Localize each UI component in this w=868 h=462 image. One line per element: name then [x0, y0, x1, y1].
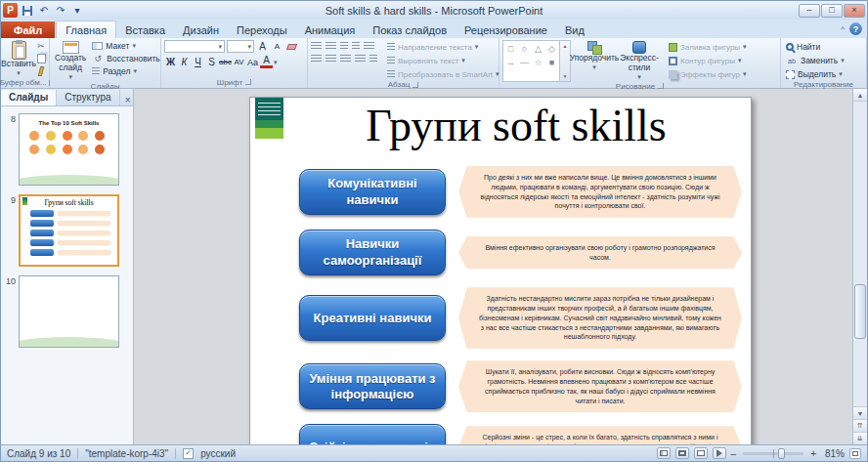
skill-description-3[interactable]: Здатність нестандартно мислити зараз пот… — [458, 287, 742, 349]
skill-button-5[interactable]: Стійкість до стресів — [299, 424, 446, 444]
maximize-button[interactable]: □ — [821, 4, 843, 18]
skill-description-1[interactable]: Про деякі з них ми вже написали вище. Це… — [458, 166, 742, 218]
reset-button[interactable]: ↺Восстановить — [90, 53, 161, 64]
increase-indent-button[interactable] — [352, 42, 360, 51]
collapse-ribbon-button[interactable]: ^ — [841, 24, 845, 33]
close-button[interactable]: × — [844, 4, 865, 18]
find-button[interactable]: Найти — [784, 41, 863, 53]
shapes-scroll-down[interactable]: ▼ — [563, 73, 568, 79]
new-slide-button[interactable]: Создать слайд ▾ — [53, 40, 88, 82]
slide-canvas[interactable]: Групи soft skills Комунікативні навички … — [249, 97, 752, 444]
tab-animations[interactable]: Анимация — [296, 21, 365, 38]
columns-button[interactable] — [369, 55, 377, 63]
arrange-button[interactable]: Упорядочить ▾ — [573, 40, 616, 82]
shape-triangle-icon[interactable]: △ — [532, 42, 544, 55]
skill-button-2[interactable]: Навички самоорганізації — [299, 230, 446, 275]
scroll-up-button[interactable]: ▲ — [853, 89, 867, 102]
tab-design[interactable]: Дизайн — [174, 21, 228, 38]
shape-outline-button[interactable]: Контур фигуры▾ — [667, 55, 749, 66]
skill-description-5[interactable]: Серйозні зміни - це стрес, а коли їх баг… — [458, 426, 742, 444]
next-slide-button[interactable]: ⇊ — [853, 432, 867, 444]
bullets-button[interactable] — [311, 42, 322, 51]
panel-tab-outline[interactable]: Структура — [57, 90, 119, 105]
character-spacing-button[interactable]: AV — [233, 56, 245, 68]
font-color-button[interactable]: А — [260, 56, 273, 68]
shape-rectangle-icon[interactable]: □ — [504, 42, 517, 55]
scroll-down-button[interactable]: ▼ — [853, 406, 867, 419]
text-shadow-button[interactable]: S — [205, 56, 218, 68]
shapes-scroll-up[interactable]: ▲ — [563, 43, 568, 49]
section-button[interactable]: Раздел▾ — [90, 65, 161, 77]
slide-thumbnail-10[interactable] — [19, 275, 119, 348]
underline-button[interactable]: Ч — [192, 56, 204, 68]
cut-button[interactable]: ✂ — [35, 40, 47, 52]
decrease-indent-button[interactable] — [340, 42, 348, 51]
shrink-font-button[interactable]: А — [271, 40, 283, 53]
layout-button[interactable]: Макет▾ — [90, 40, 161, 52]
previous-slide-button[interactable]: ⇈ — [853, 419, 867, 432]
paste-button[interactable]: Вставить ▾ — [4, 40, 33, 78]
slide-thumbnail-9-selected[interactable]: Групи soft skills — [19, 194, 119, 267]
slide-editor[interactable]: Групи soft skills Комунікативні навички … — [134, 89, 867, 444]
copy-button[interactable] — [35, 53, 47, 64]
qat-customize-button[interactable]: ▾ — [70, 3, 84, 18]
zoom-slider[interactable] — [743, 452, 803, 455]
zoom-in-button[interactable]: + — [810, 448, 816, 459]
panel-tab-slides[interactable]: Слайды — [1, 90, 57, 105]
shape-square-icon[interactable]: ■ — [545, 56, 558, 68]
clear-formatting-button[interactable] — [285, 40, 298, 53]
select-button[interactable]: Выделить▾ — [784, 68, 863, 80]
strikethrough-button[interactable]: abc — [219, 56, 232, 68]
shape-effects-button[interactable]: Эффекты фигур▾ — [667, 68, 749, 80]
shape-fill-button[interactable]: Заливка фигуры▾ — [667, 41, 749, 53]
font-dialog-launcher[interactable] — [245, 79, 251, 85]
align-right-button[interactable] — [340, 55, 351, 63]
shape-ellipse-icon[interactable]: ○ — [518, 42, 531, 55]
tab-home[interactable]: Главная — [56, 21, 116, 38]
italic-button[interactable]: К — [178, 56, 191, 68]
vertical-scrollbar[interactable]: ▲ ▼ ⇈ ⇊ — [852, 89, 867, 444]
text-direction-button[interactable]: Направление текста▾ — [385, 41, 501, 53]
save-button[interactable] — [21, 3, 34, 18]
zoom-out-button[interactable]: – — [731, 448, 737, 459]
zoom-level[interactable]: 81% — [821, 448, 845, 459]
grow-font-button[interactable]: А — [256, 40, 269, 53]
powerpoint-app-icon[interactable]: P — [3, 3, 18, 18]
slide-thumbnail-8[interactable]: The Top 10 Soft Skills — [19, 113, 119, 186]
language-indicator[interactable]: русский — [200, 448, 236, 459]
skill-button-3[interactable]: Креативні навички — [299, 295, 446, 341]
tab-transitions[interactable]: Переходы — [228, 21, 296, 38]
shape-arrow-icon[interactable]: → — [504, 56, 517, 68]
font-size-combo[interactable]: ▾ — [227, 40, 254, 53]
tab-review[interactable]: Рецензирование — [456, 21, 556, 38]
paragraph-dialog-launcher[interactable] — [412, 82, 418, 88]
shape-star-icon[interactable]: ☆ — [532, 56, 544, 68]
scrollbar-track[interactable] — [853, 102, 867, 406]
change-case-button[interactable]: Аа — [246, 56, 259, 68]
redo-button[interactable]: ↷ — [54, 3, 67, 18]
align-center-button[interactable] — [326, 55, 336, 63]
skill-description-4[interactable]: Шукати її, аналізувати, робити висновки.… — [458, 360, 742, 412]
replace-button[interactable]: abЗаменить▾ — [784, 55, 863, 66]
tab-slideshow[interactable]: Показ слайдов — [364, 21, 456, 38]
quick-styles-button[interactable]: Экспресс-стили ▾ — [618, 40, 661, 82]
fit-to-window-button[interactable] — [849, 448, 861, 459]
tab-file[interactable]: Файл — [1, 21, 55, 38]
university-logo[interactable] — [255, 98, 283, 139]
slide-sorter-view-button[interactable] — [675, 447, 689, 459]
shape-line-icon[interactable]: — — [518, 56, 531, 68]
bold-button[interactable]: Ж — [164, 56, 177, 68]
normal-view-button[interactable] — [657, 447, 671, 459]
line-spacing-button[interactable] — [364, 42, 374, 51]
numbering-button[interactable] — [326, 42, 336, 51]
spellcheck-icon[interactable]: ✓ — [183, 448, 194, 459]
tab-insert[interactable]: Вставка — [116, 21, 174, 38]
undo-button[interactable]: ↶ — [37, 3, 51, 18]
skill-description-2[interactable]: Вміння ефективно організувати свою робот… — [458, 236, 742, 270]
help-button[interactable]: ? — [849, 22, 862, 35]
skill-button-4[interactable]: Уміння працювати з інформацією — [299, 363, 446, 409]
align-text-button[interactable]: Выровнять текст▾ — [385, 55, 501, 66]
slide-title[interactable]: Групи soft skills — [289, 100, 743, 151]
zoom-slider-thumb[interactable] — [778, 448, 785, 459]
minimize-button[interactable]: – — [799, 4, 820, 18]
